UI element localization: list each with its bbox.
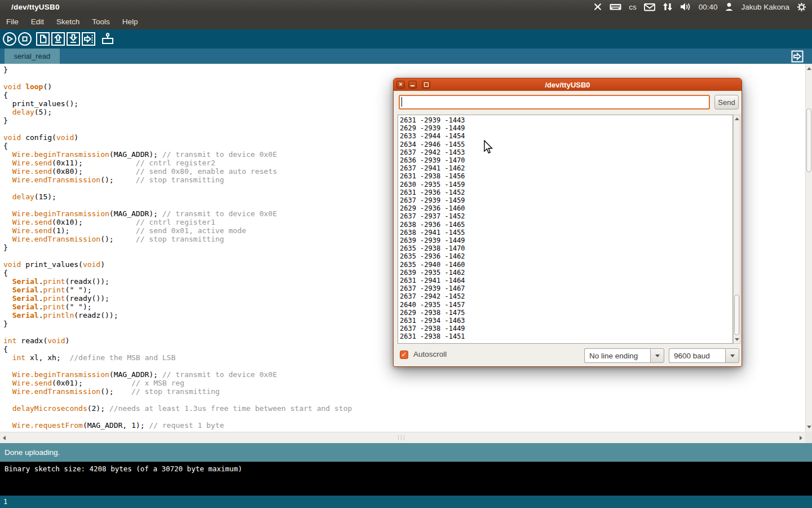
stop-button[interactable] xyxy=(17,32,32,46)
open-button[interactable] xyxy=(51,32,65,46)
code-line: delayMicroseconds(2); //needs at least 1… xyxy=(3,404,805,413)
chevron-down-icon xyxy=(655,354,660,360)
line-number: 1 xyxy=(3,498,7,506)
editor-vertical-scrollbar[interactable] xyxy=(805,64,812,432)
scroll-left-arrow-icon[interactable] xyxy=(3,436,6,440)
top-panel: /dev/ttyUSB0 cs 00:40 Jakub Kakona xyxy=(0,0,812,14)
send-button[interactable]: Send xyxy=(714,95,739,110)
code-line: Wire.requestFrom(MAG_ADDR, 1); // reques… xyxy=(3,421,805,430)
serial-window-title: /dev/ttyUSB0 xyxy=(545,81,590,89)
toolbar xyxy=(0,29,812,49)
line-number-bar: 1 xyxy=(0,496,812,508)
menu-file[interactable]: File xyxy=(0,17,25,26)
baud-rate-value: 9600 baud xyxy=(669,348,725,363)
code-line: } xyxy=(3,65,805,74)
scroll-up-arrow-icon[interactable] xyxy=(735,117,739,120)
editor-horizontal-scrollbar[interactable] xyxy=(0,432,805,443)
autoscroll-checkbox[interactable]: ✓ xyxy=(400,351,408,359)
chevron-down-icon xyxy=(730,354,735,360)
keyboard-layout-label[interactable]: cs xyxy=(629,3,637,11)
keyboard-icon[interactable] xyxy=(610,2,621,11)
menu-sketch[interactable]: Sketch xyxy=(50,17,86,26)
app-indicator-icon[interactable] xyxy=(593,2,602,11)
scrollbar-grip[interactable] xyxy=(398,435,406,440)
volume-icon[interactable] xyxy=(680,2,691,11)
session-gear-icon[interactable] xyxy=(797,2,806,12)
minimize-icon xyxy=(411,85,414,86)
dropdown-arrow-button[interactable] xyxy=(650,348,664,363)
menubar: File Edit Sketch Tools Help xyxy=(0,14,812,29)
save-button[interactable] xyxy=(66,32,81,46)
serial-window-titlebar[interactable]: × /dev/ttyUSB0 xyxy=(394,78,742,91)
menu-edit[interactable]: Edit xyxy=(25,17,50,26)
scrollbar-corner xyxy=(805,432,812,443)
window-maximize-button[interactable] xyxy=(422,81,430,89)
serial-scrollbar[interactable] xyxy=(733,115,740,344)
console-message: Binary sketch size: 4208 bytes (of a 307… xyxy=(5,465,242,473)
autoscroll-label: Autoscroll xyxy=(413,350,447,358)
line-ending-dropdown[interactable]: No line ending xyxy=(584,348,664,363)
maximize-icon xyxy=(424,82,429,87)
scroll-down-arrow-icon[interactable] xyxy=(735,338,739,341)
serial-output[interactable]: 2631 -2939 -1443 2629 -2939 -1449 2633 -… xyxy=(398,115,733,344)
menu-tools[interactable]: Tools xyxy=(86,17,116,26)
mouse-cursor xyxy=(483,140,493,157)
clock-label[interactable]: 00:40 xyxy=(699,3,718,11)
scroll-right-arrow-icon[interactable] xyxy=(800,436,802,440)
code-line: Wire.endTransmission(); // stop transmit… xyxy=(3,387,805,396)
focused-window-title: /dev/ttyUSB0 xyxy=(11,3,60,11)
serial-send-input[interactable] xyxy=(399,95,710,110)
verify-button[interactable] xyxy=(2,32,17,46)
upload-button[interactable] xyxy=(81,32,96,46)
checkmark-icon: ✓ xyxy=(401,351,407,358)
text-caret xyxy=(401,97,402,107)
mail-icon[interactable] xyxy=(644,3,655,11)
serial-scrollbar-thumb[interactable] xyxy=(734,295,739,335)
code-line: Wire.send(0x01); // x MSB reg xyxy=(3,379,805,387)
serial-monitor-window: × /dev/ttyUSB0 Send 2631 -2939 -1443 262… xyxy=(393,78,742,367)
editor-scrollbar-thumb[interactable] xyxy=(806,108,811,172)
window-close-button[interactable]: × xyxy=(396,81,405,89)
system-tray: cs 00:40 Jakub Kakona xyxy=(593,2,812,12)
status-bar: Done uploading. xyxy=(0,443,812,462)
user-icon[interactable] xyxy=(725,2,734,11)
status-message: Done uploading. xyxy=(5,448,60,457)
code-line xyxy=(3,413,805,421)
window-minimize-button[interactable] xyxy=(408,81,417,89)
baud-rate-dropdown[interactable]: 9600 baud xyxy=(669,348,739,363)
new-tab-button[interactable] xyxy=(791,50,804,63)
tab-serial-read[interactable]: serial_read xyxy=(5,49,60,64)
username-label[interactable]: Jakub Kakona xyxy=(741,3,789,11)
serial-controls: ✓ Autoscroll No line ending 9600 baud xyxy=(394,348,743,364)
code-line: Wire.beginTransmission(MAG_ADDR); // tra… xyxy=(3,370,805,379)
scroll-down-arrow-icon[interactable] xyxy=(807,426,811,428)
console-output: Binary sketch size: 4208 bytes (of a 307… xyxy=(0,462,812,496)
scroll-up-arrow-icon[interactable] xyxy=(807,67,811,70)
dropdown-arrow-button[interactable] xyxy=(725,348,739,363)
menu-help[interactable]: Help xyxy=(116,17,144,26)
code-line xyxy=(3,396,805,404)
serial-monitor-button[interactable] xyxy=(100,32,115,46)
tab-bar: serial_read xyxy=(0,49,812,64)
line-ending-value: No line ending xyxy=(584,348,650,363)
sync-arrows-icon[interactable] xyxy=(663,2,673,11)
new-sketch-button[interactable] xyxy=(36,32,50,46)
